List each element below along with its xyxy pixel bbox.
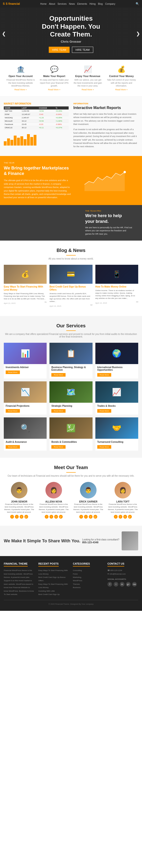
footer-categories: Consulting Forex Marketing WordPress The…: [73, 569, 104, 589]
nav-news[interactable]: News: [69, 3, 75, 5]
category-forex[interactable]: Forex: [73, 573, 78, 575]
hero-prev-arrow[interactable]: ❮: [2, 31, 6, 36]
category-business[interactable]: Business: [73, 586, 80, 589]
footer-facebook-icon[interactable]: f: [107, 582, 112, 587]
service-image-8: 💹: [49, 417, 92, 439]
team-photo-headline: We're here to help your brand.: [85, 213, 133, 224]
services-subtitle: We are a company that offers specialized…: [4, 333, 138, 338]
feature-account-link[interactable]: Read More »: [6, 88, 36, 91]
blog-header: Blog & News All you need to know about a…: [4, 248, 138, 260]
gplus-icon-4[interactable]: g+: [128, 515, 132, 519]
avatar-4: 👩: [114, 482, 131, 498]
service-title-4: Financial Projections: [6, 405, 45, 407]
team-header: Meet Our Team Our team of technicians at…: [4, 465, 138, 477]
twitter-icon-3[interactable]: t: [84, 515, 88, 519]
feature-control-link[interactable]: Read More »: [106, 88, 136, 91]
hire-team-button[interactable]: HIRE TEAM: [49, 47, 70, 53]
service-btn-9[interactable]: Read More: [97, 445, 111, 449]
blog-card-date-1: April 13, 2015: [4, 302, 15, 304]
nav-elements[interactable]: Elements: [77, 3, 87, 5]
service-image-1: 📊: [4, 343, 47, 364]
footer-email: ✉ info@financial.com: [107, 572, 138, 576]
category-marketing[interactable]: Marketing: [73, 576, 81, 578]
footer-social-label: SOCIAL ACCOUNTS:: [107, 578, 138, 581]
footer-gplus-icon[interactable]: g+: [126, 582, 131, 587]
share-banner-right: Looking for a first-class consultant? 85…: [82, 531, 138, 550]
consultant-phone: 855-123-4348: [82, 541, 119, 544]
table-header-last: LAST: [21, 106, 38, 110]
linkedin-icon-2[interactable]: in: [54, 515, 58, 519]
footer-post-link-3[interactable]: Easy Ways To Start Financing With Less M…: [38, 583, 68, 589]
category-themes[interactable]: Themes: [73, 583, 80, 585]
hero-section: ❮ Opportunities Don't Happen. You Create…: [0, 8, 142, 60]
site-logo[interactable]: S S financial: [3, 2, 20, 5]
service-btn-4[interactable]: Read More: [6, 409, 20, 413]
footer-copyright: © 2015 Financial Theme. Designed By Your…: [48, 603, 94, 605]
category-consulting[interactable]: Consulting: [73, 569, 82, 571]
service-btn-2[interactable]: Read More: [51, 373, 66, 377]
service-btn-5[interactable]: Read More: [51, 409, 66, 413]
feature-account: 🏦 Open Your Account Financial WordPress …: [4, 65, 37, 91]
consultant-text: Looking for a first-class consultant?: [82, 538, 119, 541]
linkedin-icon-1[interactable]: in: [20, 515, 24, 519]
twitter-icon-1[interactable]: t: [15, 515, 19, 519]
nav-home[interactable]: Home: [40, 3, 47, 5]
linkedin-icon-4[interactable]: in: [123, 515, 127, 519]
trend-chart: [83, 170, 126, 191]
gplus-icon-2[interactable]: g+: [59, 515, 63, 519]
blog-card-body-1: Easy Ways To Start Financing With Less M…: [4, 284, 47, 306]
facebook-icon-3[interactable]: f: [79, 515, 83, 519]
table-header-change: CHANGE: [38, 106, 55, 110]
services-header: Our Services We are a company that offer…: [4, 323, 138, 338]
blog-section: Blog & News All you need to know about a…: [0, 241, 142, 316]
nav-company[interactable]: Company: [105, 3, 115, 5]
service-image-9: 🤝: [95, 417, 138, 439]
service-btn-8[interactable]: Read More: [51, 445, 66, 449]
service-card-2: 📋 Business Planning, Strategy & Executio…: [49, 343, 92, 378]
search-icon[interactable]: 🔍: [136, 2, 139, 5]
twitter-icon-2[interactable]: t: [49, 515, 53, 519]
footer-twitter-icon[interactable]: t: [114, 582, 118, 587]
footer-rss-icon[interactable]: rss: [132, 582, 137, 587]
blog-card-title-1[interactable]: Easy Ways To Start Financing With Less M…: [4, 285, 47, 291]
nav-hiring[interactable]: Hiring: [90, 3, 96, 5]
gplus-icon-1[interactable]: g+: [24, 515, 28, 519]
linkedin-icon-3[interactable]: in: [89, 515, 93, 519]
nav-blog[interactable]: Blog: [98, 3, 103, 5]
nav-services[interactable]: Services: [58, 3, 67, 5]
blog-card-title-3[interactable]: How To Make Money Online: [95, 285, 138, 288]
footer-post-link-5[interactable]: Best Credit Card Sign Up: [38, 593, 60, 595]
feature-report-link[interactable]: Read More »: [39, 88, 69, 91]
footer-post-link-1[interactable]: Easy Ways To Start Financing With Less M…: [38, 569, 68, 575]
service-card-1: 📊 Investments Adviser Read More: [4, 343, 47, 378]
footer-post-link-2[interactable]: Best Credit Card Sign Up Bonus Offers: [38, 576, 66, 582]
facebook-icon-1[interactable]: f: [10, 515, 14, 519]
table-header-name: NAME: [4, 106, 21, 110]
service-btn-1[interactable]: Read More: [6, 370, 20, 374]
hero-next-arrow[interactable]: ❯: [136, 31, 140, 36]
facebook-icon-2[interactable]: f: [45, 515, 48, 519]
team-photo-text: THE TEAM PRO We're here to help your bra…: [85, 210, 133, 236]
service-btn-6[interactable]: Read More: [97, 409, 111, 413]
footer-linkedin-icon[interactable]: in: [120, 582, 125, 587]
facebook-icon-4[interactable]: f: [114, 515, 118, 519]
footer-col-4: CONTACT US ☎ 855-123-1234 ✉ info@financi…: [107, 562, 138, 596]
service-btn-3[interactable]: Read More: [97, 373, 111, 377]
share-title: We Make It Simple To Share With You.: [4, 538, 80, 544]
blog-card-title-2[interactable]: Best Credit Card Sign Up Bonus Offers: [49, 285, 92, 291]
feature-revenue-link[interactable]: Read More »: [73, 88, 103, 91]
footer-post-link-4[interactable]: Investing With Little: [38, 590, 55, 592]
market-title: Interactive Market Reports: [73, 106, 138, 110]
service-card-body-8: Bonds & Commodities Read More: [49, 439, 92, 451]
service-btn-7[interactable]: Read More: [6, 445, 20, 449]
nav-about[interactable]: About: [49, 3, 55, 5]
orange-text: The ultimate goal of CPM is to be the al…: [4, 179, 71, 199]
twitter-icon-4[interactable]: t: [118, 515, 122, 519]
gplus-icon-3[interactable]: g+: [94, 515, 97, 519]
blog-title: Blog & News: [4, 248, 138, 253]
hire-team-button-2[interactable]: HIRE TEAM: [72, 47, 93, 53]
blog-card-num-1: 01: [44, 301, 47, 303]
category-wordpress[interactable]: WordPress: [73, 580, 82, 582]
orange-banner: THE YEAR We Bring together Marketplaces …: [0, 156, 142, 205]
market-chart-container: MARKET INFORMATION NAME LAST CHANGE % S&…: [4, 102, 69, 150]
